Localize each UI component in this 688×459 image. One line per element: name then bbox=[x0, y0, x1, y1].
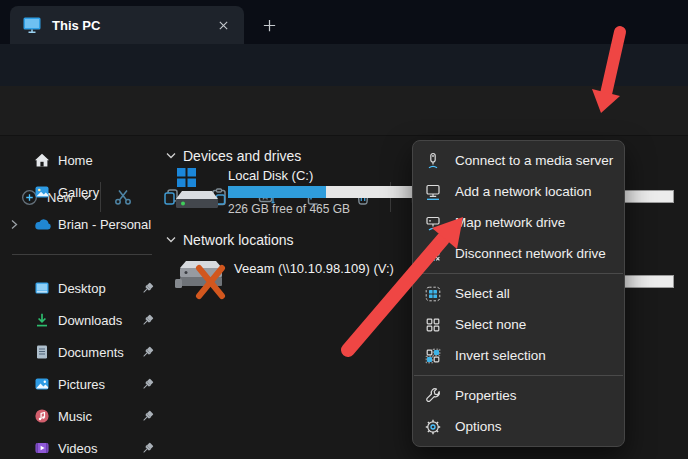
menu-item-label: Map network drive bbox=[455, 215, 565, 230]
address-bar-row: This PC bbox=[0, 44, 688, 86]
see-more-menu: Connect to a media server Add a network … bbox=[412, 140, 625, 447]
menu-item-map-network-drive[interactable]: Map network drive bbox=[413, 207, 624, 238]
menu-separator bbox=[414, 375, 623, 376]
section-network-locations: Network locations bbox=[166, 231, 294, 249]
sidebar-separator bbox=[12, 254, 152, 255]
sidebar-item-desktop[interactable]: Desktop bbox=[4, 272, 160, 304]
section-title: Network locations bbox=[183, 232, 294, 248]
sidebar-item-documents[interactable]: Documents bbox=[4, 336, 160, 368]
drive-item-local-disk-c[interactable]: Local Disk (C:) 226 GB free of 465 GB bbox=[172, 168, 420, 216]
sidebar-item-label: Downloads bbox=[58, 313, 122, 328]
invert-selection-icon bbox=[424, 347, 442, 365]
sidebar-item-videos[interactable]: Videos bbox=[4, 432, 160, 459]
sidebar-item-label: Pictures bbox=[58, 377, 105, 392]
pin-icon bbox=[140, 377, 156, 392]
options-icon bbox=[424, 418, 442, 436]
sidebar-item-pictures[interactable]: Pictures bbox=[4, 368, 160, 400]
local-disk-icon bbox=[172, 168, 220, 216]
select-none-icon bbox=[424, 316, 442, 334]
menu-item-label: Connect to a media server bbox=[455, 153, 613, 168]
collapse-chevron-icon[interactable] bbox=[166, 152, 176, 160]
pictures-icon bbox=[34, 376, 52, 392]
plus-icon bbox=[262, 18, 277, 33]
pin-icon bbox=[140, 281, 156, 296]
this-pc-monitor-icon bbox=[22, 16, 42, 34]
sidebar-item-gallery[interactable]: Gallery bbox=[4, 176, 160, 208]
map-network-drive-icon bbox=[424, 214, 442, 232]
menu-item-select-all[interactable]: Select all bbox=[413, 278, 624, 309]
command-toolbar: New Sort View bbox=[0, 86, 688, 136]
drive-name: Veeam (\\10.10.98.109) (V:) bbox=[234, 261, 394, 305]
drive-capacity-text: 226 GB free of 465 GB bbox=[228, 202, 420, 216]
sidebar-item-label: Music bbox=[58, 409, 92, 424]
pin-icon bbox=[140, 441, 156, 456]
drive-name: Local Disk (C:) bbox=[228, 168, 420, 183]
videos-icon bbox=[34, 440, 52, 456]
desktop-icon bbox=[34, 280, 52, 296]
titlebar: This PC bbox=[0, 0, 688, 44]
menu-item-label: Properties bbox=[455, 388, 517, 403]
gallery-icon bbox=[34, 184, 52, 200]
sidebar-item-downloads[interactable]: Downloads bbox=[4, 304, 160, 336]
pin-icon bbox=[140, 313, 156, 328]
properties-icon bbox=[424, 387, 442, 405]
pin-icon bbox=[140, 409, 156, 424]
section-title: Devices and drives bbox=[183, 148, 301, 164]
tab-this-pc[interactable]: This PC bbox=[10, 6, 244, 44]
documents-icon bbox=[34, 344, 52, 360]
menu-item-label: Options bbox=[455, 419, 502, 434]
menu-item-label: Invert selection bbox=[455, 348, 546, 363]
menu-item-label: Select none bbox=[455, 317, 526, 332]
downloads-icon bbox=[34, 312, 52, 328]
sidebar-item-music[interactable]: Music bbox=[4, 400, 160, 432]
drive-item-veeam-network[interactable]: Veeam (\\10.10.98.109) (V:) bbox=[172, 253, 394, 305]
disconnected-network-drive-icon bbox=[172, 253, 228, 305]
sidebar-item-label: Documents bbox=[58, 345, 124, 360]
new-tab-button[interactable] bbox=[256, 12, 282, 38]
menu-item-options[interactable]: Options bbox=[413, 411, 624, 442]
onedrive-cloud-icon bbox=[34, 217, 52, 231]
sidebar-item-label: Brian - Personal bbox=[58, 217, 151, 232]
sidebar-item-label: Home bbox=[58, 153, 93, 168]
menu-item-label: Add a network location bbox=[455, 184, 592, 199]
media-server-icon bbox=[424, 152, 442, 170]
capacity-bar bbox=[623, 190, 674, 203]
disconnect-network-drive-icon bbox=[424, 245, 442, 263]
menu-item-add-network-location[interactable]: Add a network location bbox=[413, 176, 624, 207]
music-icon bbox=[34, 408, 52, 424]
select-all-icon bbox=[424, 285, 442, 303]
menu-item-select-none[interactable]: Select none bbox=[413, 309, 624, 340]
file-explorer-window: This PC This PC bbox=[0, 0, 688, 459]
expand-chevron-icon[interactable] bbox=[10, 219, 22, 230]
capacity-bar bbox=[623, 275, 674, 288]
menu-item-label: Select all bbox=[455, 286, 510, 301]
section-devices-and-drives: Devices and drives bbox=[166, 147, 301, 165]
sidebar-item-label: Desktop bbox=[58, 281, 106, 296]
capacity-bar-fill bbox=[228, 186, 326, 198]
menu-item-disconnect-network-drive[interactable]: Disconnect network drive bbox=[413, 238, 624, 269]
menu-item-label: Disconnect network drive bbox=[455, 246, 606, 261]
menu-item-properties[interactable]: Properties bbox=[413, 380, 624, 411]
tab-title: This PC bbox=[52, 18, 212, 33]
add-network-location-icon bbox=[424, 183, 442, 201]
sidebar-item-home[interactable]: Home bbox=[4, 144, 160, 176]
sidebar-item-onedrive-personal[interactable]: Brian - Personal bbox=[4, 208, 160, 240]
menu-separator bbox=[414, 273, 623, 274]
close-tab-icon[interactable] bbox=[212, 14, 234, 36]
collapse-chevron-icon[interactable] bbox=[166, 236, 176, 244]
home-icon bbox=[34, 152, 52, 168]
sidebar-item-label: Gallery bbox=[58, 185, 99, 200]
sidebar-item-label: Videos bbox=[58, 441, 98, 456]
menu-item-connect-to-media-server[interactable]: Connect to a media server bbox=[413, 145, 624, 176]
menu-item-invert-selection[interactable]: Invert selection bbox=[413, 340, 624, 371]
capacity-bar bbox=[228, 186, 420, 198]
pin-icon bbox=[140, 345, 156, 360]
